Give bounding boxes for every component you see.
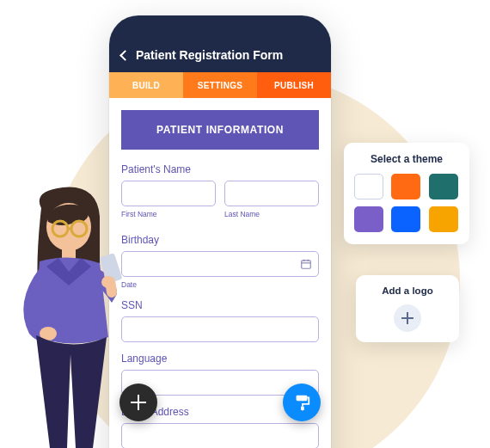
paint-roller-icon [292, 393, 311, 412]
input-billing[interactable] [121, 423, 319, 448]
field-birthday: Birthday Date [121, 234, 319, 289]
tab-bar: BUILD SETTINGS PUBLISH [109, 72, 331, 98]
theme-swatch-2[interactable] [429, 174, 458, 199]
svg-rect-0 [302, 261, 311, 268]
phone-notch [173, 15, 267, 34]
theme-swatch-0[interactable] [354, 174, 383, 199]
paint-theme-button[interactable] [283, 384, 321, 421]
add-logo-button[interactable] [394, 304, 421, 332]
label-language: Language [121, 353, 319, 365]
theme-swatch-1[interactable] [391, 174, 420, 199]
theme-panel-title: Select a theme [354, 153, 459, 165]
svg-point-13 [101, 276, 115, 288]
field-patient-name: Patient's Name First Name Last Name [121, 163, 319, 229]
phone-frame: Patient Registration Form BUILD SETTINGS… [109, 15, 331, 448]
svg-rect-4 [297, 396, 308, 401]
sublabel-last-name: Last Name [224, 210, 319, 218]
sublabel-date: Date [121, 280, 319, 289]
theme-selector-panel: Select a theme [344, 143, 469, 244]
back-icon[interactable] [119, 50, 131, 61]
add-logo-panel: Add a logo [356, 275, 459, 342]
input-birthday[interactable] [121, 251, 319, 277]
theme-swatch-grid [354, 174, 459, 232]
svg-rect-5 [301, 407, 304, 411]
woman-illustration [7, 182, 136, 448]
label-birthday: Birthday [121, 234, 319, 246]
input-last-name[interactable] [224, 181, 319, 206]
theme-swatch-3[interactable] [354, 206, 383, 232]
page-title: Patient Registration Form [136, 48, 283, 62]
tab-build[interactable]: BUILD [109, 72, 183, 98]
field-ssn: SSN [121, 299, 319, 342]
tab-publish[interactable]: PUBLISH [257, 72, 331, 98]
tab-settings[interactable]: SETTINGS [183, 72, 257, 98]
label-patient-name: Patient's Name [121, 163, 319, 175]
theme-swatch-5[interactable] [429, 206, 458, 232]
logo-panel-title: Add a logo [366, 285, 449, 296]
label-ssn: SSN [121, 299, 319, 311]
input-ssn[interactable] [121, 316, 319, 342]
section-header: PATIENT INFORMATION [121, 110, 319, 150]
calendar-icon[interactable] [300, 258, 312, 270]
theme-swatch-4[interactable] [391, 206, 420, 232]
